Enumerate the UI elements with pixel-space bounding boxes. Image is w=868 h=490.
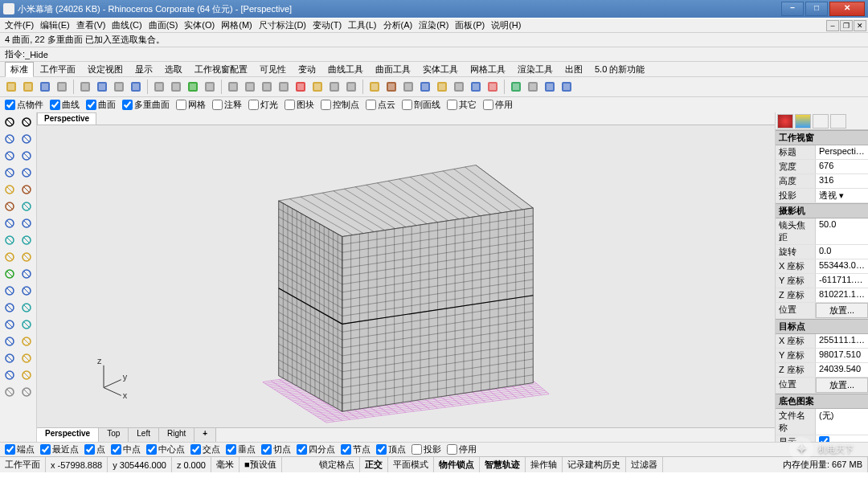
filter-check-5[interactable] [212, 100, 223, 110]
osnap-check-4[interactable] [146, 444, 157, 455]
osnap-9[interactable]: 节点 [341, 443, 371, 455]
status-cell-1[interactable]: x -57998.888 [46, 457, 108, 472]
prop-value[interactable]: 676 [816, 160, 868, 174]
menu-13[interactable]: 说明(H) [488, 19, 524, 31]
status-cell-4[interactable]: 毫米 [211, 457, 240, 472]
osnap-11[interactable]: 投影 [411, 443, 441, 455]
prop-value[interactable]: 50.0 [816, 218, 868, 244]
filter-check-4[interactable] [176, 100, 186, 110]
toolbar-btn-8[interactable] [151, 79, 167, 95]
side-tool-23[interactable] [18, 300, 35, 316]
toolbar-tab-6[interactable]: 可见性 [254, 62, 292, 77]
toolbar-btn-11[interactable] [202, 79, 218, 95]
side-tool-28[interactable] [2, 350, 18, 366]
filter-check-0[interactable] [5, 100, 15, 110]
prop-check[interactable] [819, 436, 829, 442]
panel-tab-properties[interactable] [777, 114, 793, 129]
filter-5[interactable]: 注释 [212, 99, 242, 111]
toolbar-btn-28[interactable] [508, 79, 524, 95]
filter-check-1[interactable] [50, 100, 60, 110]
osnap-0[interactable]: 端点 [5, 443, 35, 455]
status-toggle-4[interactable]: 智慧轨迹 [480, 457, 526, 472]
mdi-close[interactable]: ✕ [854, 20, 866, 31]
menu-2[interactable]: 查看(V) [73, 19, 109, 31]
menu-8[interactable]: 变动(T) [309, 19, 345, 31]
filter-1[interactable]: 曲线 [50, 99, 80, 111]
osnap-check-2[interactable] [84, 444, 95, 455]
status-toggle-7[interactable]: 过滤器 [626, 457, 663, 472]
menu-11[interactable]: 渲染(R) [416, 19, 452, 31]
side-tool-4[interactable] [2, 148, 18, 164]
osnap-1[interactable]: 最近点 [40, 443, 79, 455]
toolbar-btn-30[interactable] [542, 79, 558, 95]
osnap-6[interactable]: 垂点 [226, 443, 256, 455]
toolbar-btn-31[interactable] [559, 79, 575, 95]
side-tool-7[interactable] [18, 165, 35, 181]
status-toggle-3[interactable]: 物件锁点 [434, 457, 480, 472]
toolbar-btn-20[interactable] [366, 79, 383, 95]
menu-0[interactable]: 文件(F) [2, 19, 37, 31]
filter-0[interactable]: 点物件 [5, 99, 43, 111]
panel-tab-layers[interactable] [795, 114, 811, 129]
side-tool-10[interactable] [2, 198, 18, 214]
osnap-check-11[interactable] [411, 444, 422, 455]
toolbar-btn-24[interactable] [434, 79, 450, 95]
filter-check-9[interactable] [366, 100, 376, 110]
side-tool-20[interactable] [2, 283, 18, 299]
side-tool-16[interactable] [2, 249, 18, 265]
toolbar-btn-4[interactable] [77, 79, 93, 95]
filter-check-6[interactable] [248, 100, 259, 110]
toolbar-tab-5[interactable]: 工作视窗配置 [189, 62, 253, 77]
toolbar-btn-1[interactable] [20, 79, 36, 95]
filter-check-7[interactable] [285, 100, 295, 110]
osnap-12[interactable]: 停用 [447, 443, 477, 455]
side-tool-33[interactable] [18, 384, 35, 400]
osnap-check-5[interactable] [190, 444, 201, 455]
filter-4[interactable]: 网格 [176, 99, 206, 111]
toolbar-btn-3[interactable] [54, 79, 70, 95]
toolbar-btn-14[interactable] [259, 79, 275, 95]
toolbar-btn-23[interactable] [417, 79, 433, 95]
toolbar-tab-13[interactable]: 出图 [559, 62, 588, 77]
command-line[interactable]: 指令: [0, 47, 868, 61]
side-tool-5[interactable] [18, 148, 35, 164]
prop-value[interactable]: Perspective [816, 145, 868, 159]
side-tool-31[interactable] [18, 367, 35, 383]
prop-value[interactable]: 810221.184 [816, 288, 868, 302]
toolbar-tab-12[interactable]: 渲染工具 [512, 62, 559, 77]
toolbar-btn-0[interactable] [3, 79, 19, 95]
side-tool-13[interactable] [18, 215, 35, 231]
osnap-check-6[interactable] [226, 444, 236, 455]
osnap-10[interactable]: 顶点 [376, 443, 406, 455]
osnap-3[interactable]: 中点 [111, 443, 141, 455]
prop-value[interactable]: 553443.000 [816, 259, 868, 273]
filter-11[interactable]: 其它 [447, 99, 477, 111]
viewport-canvas[interactable]: z y x [37, 125, 775, 427]
prop-value[interactable]: 255111.106 [816, 334, 868, 348]
toolbar-btn-5[interactable] [94, 79, 110, 95]
toolbar-tab-4[interactable]: 选取 [159, 62, 188, 77]
toolbar-btn-27[interactable] [485, 79, 501, 95]
toolbar-btn-9[interactable] [168, 79, 184, 95]
osnap-check-7[interactable] [261, 444, 272, 455]
osnap-4[interactable]: 中心点 [146, 443, 185, 455]
status-cell-5[interactable]: ■预设值 [240, 457, 282, 472]
prop-btn[interactable]: 放置... [816, 303, 868, 318]
side-tool-8[interactable] [2, 182, 18, 198]
menu-5[interactable]: 实体(O) [181, 19, 218, 31]
toolbar-btn-29[interactable] [525, 79, 541, 95]
viewport-tab-left[interactable]: Left [129, 428, 159, 442]
osnap-5[interactable]: 交点 [190, 443, 220, 455]
toolbar-tab-7[interactable]: 变动 [293, 62, 321, 77]
mdi-minimize[interactable]: – [826, 20, 839, 31]
filter-check-10[interactable] [402, 100, 412, 110]
side-tool-19[interactable] [18, 266, 35, 282]
osnap-check-0[interactable] [5, 444, 15, 455]
filter-6[interactable]: 灯光 [248, 99, 278, 111]
prop-value[interactable]: 316 [816, 174, 868, 188]
filter-check-11[interactable] [447, 100, 457, 110]
maximize-button[interactable]: □ [805, 2, 828, 16]
toolbar-btn-19[interactable] [343, 79, 359, 95]
toolbar-tab-1[interactable]: 工作平面 [35, 62, 81, 77]
menu-9[interactable]: 工具(L) [345, 19, 379, 31]
